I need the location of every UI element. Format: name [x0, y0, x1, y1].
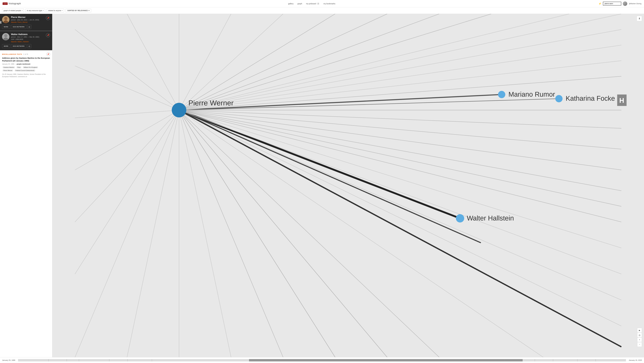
- nav-pinboard[interactable]: my pinboard 0: [306, 2, 320, 5]
- lightning-icon[interactable]: ⚡: [598, 2, 601, 5]
- doc-category-label: MISCELLANEOUS TEXTS: [2, 54, 22, 55]
- person-name-pierre: Pierre Werner: [11, 16, 50, 18]
- related-to-label: related to anyone: [48, 10, 61, 12]
- app-title: histograph: [9, 2, 21, 5]
- timeline-start-date: January 29, 1888: [2, 359, 16, 361]
- node-katharina[interactable]: [555, 95, 563, 102]
- graph-type-dropdown[interactable]: graph of related people ▾: [2, 9, 24, 12]
- person-info-pierre: Pierre Werner person - (Dec 29, 1913 — J…: [11, 16, 50, 23]
- sort-dropdown[interactable]: SORTED BY RELEVANCE ▾: [66, 9, 91, 12]
- avatar-image: [623, 2, 627, 6]
- node-mariano[interactable]: [498, 91, 505, 98]
- header: cvce histograph gallery graph my pinboar…: [0, 0, 644, 7]
- download-button[interactable]: ⬇: [637, 16, 642, 21]
- related-to-dropdown[interactable]: related to anyone ▾: [47, 9, 64, 12]
- doc-date: January 20, 1966: [2, 63, 14, 65]
- person-actions-walter: MORE EGO-NETWORK ◎: [2, 44, 50, 48]
- target-icon-walter[interactable]: ◎: [27, 44, 31, 48]
- person-dbpedia-pierre[interactable]: dbpedia: Pierre_Werner: [11, 21, 50, 23]
- logo-area: cvce histograph: [2, 2, 21, 5]
- doc-tag[interactable]: Federal Council (Switzerland): [14, 70, 35, 72]
- graph-controls: ▶ ◎ + −: [637, 328, 642, 347]
- doc-category-row: MISCELLANEOUS TEXTS 1 of 8: [2, 53, 28, 55]
- doc-tag[interactable]: William III of England: [23, 66, 38, 68]
- chevron-down-icon: ▾: [62, 10, 63, 11]
- header-right: ⚡ @Marten Düring: [598, 2, 642, 6]
- label-mariano: Mariano Rumor: [508, 90, 555, 98]
- timeline-end-date: January 19, 2020: [628, 359, 642, 361]
- nav-links: gallery graph my pinboard 0 my bookmarks: [25, 2, 598, 5]
- edge-label-h: H: [619, 97, 624, 104]
- sort-label: SORTED BY RELEVANCE: [67, 10, 88, 12]
- doc-meta: January 20, 1966 — people mentioned:: [2, 63, 50, 65]
- node-walter[interactable]: [456, 214, 464, 222]
- sidebar: 8 Pierre Werner person - (Dec 29, 1913 —…: [0, 14, 52, 357]
- person-name-walter: Walter Hallstein: [11, 33, 50, 36]
- label-katharina: Katharina Focke: [566, 94, 615, 102]
- label-pierre-graph: Pierre Werner: [188, 99, 234, 107]
- ego-network-button-walter[interactable]: EGO-NETWORK: [11, 44, 26, 48]
- person-viaf-walter: VIAF: 108819836: [11, 38, 50, 40]
- timeline-bar[interactable]: [18, 359, 626, 362]
- person-actions-pierre: MORE EGO-NETWORK ◎: [2, 25, 50, 29]
- doc-tag[interactable]: Pierre Werner: [2, 70, 13, 72]
- avatar: [623, 2, 627, 6]
- chevron-down-icon: ▾: [43, 10, 44, 11]
- svg-rect-6: [75, 14, 621, 357]
- graph-type-label: graph of related people: [4, 10, 21, 12]
- doc-title[interactable]: Address given by Gaetano Martino to the …: [2, 56, 50, 62]
- pin-button-pierre[interactable]: 📌: [46, 16, 50, 20]
- person-info-walter: Walter Hallstein person - (Nov 17, 1901 …: [11, 33, 50, 43]
- zoom-out-button[interactable]: −: [637, 342, 642, 347]
- nav-gallery[interactable]: gallery: [288, 2, 294, 5]
- timeline: January 29, 1888 January 19, 2020: [0, 357, 644, 363]
- resource-type-dropdown[interactable]: in any resource type ▾: [26, 9, 45, 12]
- pin-button-walter[interactable]: 📌: [46, 33, 50, 37]
- target-button[interactable]: ◎: [637, 333, 642, 337]
- main-content: 8 Pierre Werner person - (Dec 29, 1913 —…: [0, 14, 644, 357]
- doc-category: MISCELLANEOUS TEXTS 1 of 8 📌: [2, 52, 50, 56]
- cvce-logo: cvce: [2, 2, 8, 5]
- person-avatar-pierre: [2, 16, 10, 23]
- document-panel: MISCELLANEOUS TEXTS 1 of 8 📌 Address giv…: [0, 50, 52, 357]
- person-avatar-walter: [2, 33, 10, 40]
- doc-pin-button[interactable]: 📌: [46, 52, 50, 56]
- chevron-down-icon: ▾: [88, 10, 90, 12]
- username: @Marten Düring: [629, 2, 642, 4]
- play-button[interactable]: ▶: [637, 328, 642, 333]
- person-card-pierre: 8 Pierre Werner person - (Dec 29, 1913 —…: [0, 14, 52, 31]
- person-card-walter: Walter Hallstein person - (Nov 17, 1901 …: [0, 31, 52, 50]
- nav-bookmarks[interactable]: my bookmarks: [324, 2, 335, 5]
- doc-excerpt: On 20 January 1966, Gaetano Martino, for…: [2, 73, 50, 78]
- doc-tag[interactable]: Plato: [16, 66, 22, 68]
- doc-tags-row: Gaetano MartinoPlatoWilliam III of Engla…: [2, 66, 50, 72]
- person-card-header: Pierre Werner person - (Dec 29, 1913 — J…: [2, 16, 50, 23]
- more-button-walter[interactable]: MORE: [2, 44, 10, 48]
- ego-network-button-pierre[interactable]: EGO-NETWORK: [11, 25, 26, 29]
- nav-graph[interactable]: graph: [298, 2, 302, 5]
- filter-bar: graph of related people ▾ in any resourc…: [0, 7, 644, 14]
- person-type-walter: person: [11, 36, 16, 38]
- zoom-in-button[interactable]: +: [637, 337, 642, 342]
- search-input[interactable]: [603, 2, 621, 6]
- pinboard-label: my pinboard: [306, 2, 316, 5]
- person-card-header-walter: Walter Hallstein person - (Nov 17, 1901 …: [2, 33, 50, 43]
- doc-count: 1 of 8: [24, 53, 28, 55]
- pinboard-count: 0: [317, 2, 320, 5]
- person-dates-walter: person - (Nov 17, 1901 — Mar 29, 1982): [11, 36, 50, 38]
- doc-meta-label: people mentioned:: [16, 63, 30, 65]
- resource-type-label: in any resource type: [27, 10, 42, 12]
- person-lifespan-walter: (Nov 17, 1901 — Mar 29, 1982): [17, 36, 39, 38]
- svg-point-4: [4, 34, 7, 37]
- target-icon-pierre[interactable]: ◎: [27, 25, 31, 29]
- more-button-pierre[interactable]: MORE: [2, 25, 10, 29]
- person-lifespan: (Dec 29, 1913 — Jun 24, 2002): [17, 19, 39, 21]
- person-type: person: [11, 19, 16, 21]
- timeline-background: [18, 359, 626, 362]
- graph-svg: Mariano Rumor Katharina Focke Walter Hal…: [52, 14, 644, 357]
- person-dbpedia-walter[interactable]: dbpedia: Walter_Hallstein: [11, 41, 50, 43]
- node-pierre-main[interactable]: [172, 103, 186, 117]
- doc-tag[interactable]: Gaetano Martino: [2, 66, 15, 68]
- svg-point-1: [4, 17, 7, 20]
- graph-area[interactable]: Mariano Rumor Katharina Focke Walter Hal…: [52, 14, 644, 357]
